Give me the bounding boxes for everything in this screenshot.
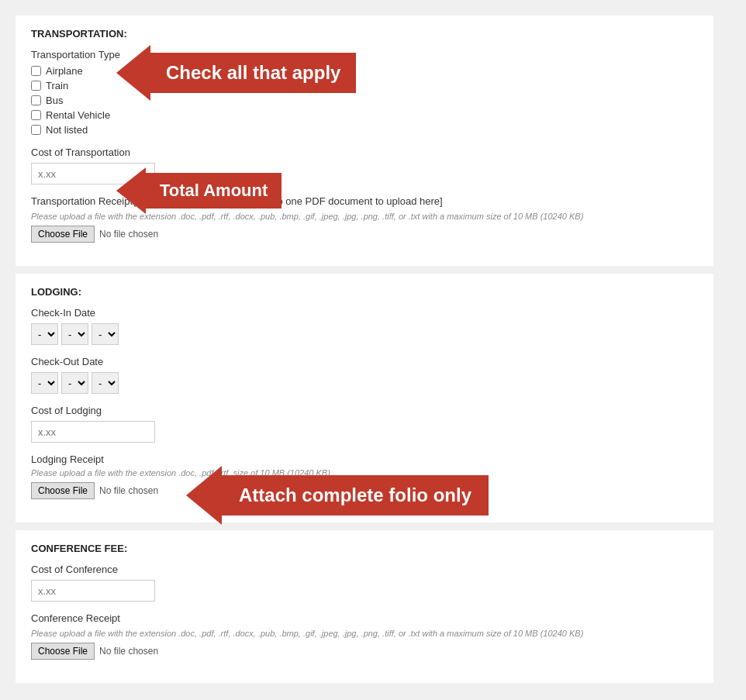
transportation-type-label: Transportation Type [31, 49, 698, 60]
checkbox-train[interactable]: Train [31, 80, 698, 91]
lodging-receipt-note: Please upload a file with the extension … [31, 468, 698, 478]
lodging-receipt-group: Lodging Receipt Please upload a file wit… [31, 453, 698, 499]
transportation-no-file-text: No file chosen [99, 229, 158, 240]
checkout-day-select[interactable]: - [61, 372, 88, 394]
conference-receipt-note: Please upload a file with the extension … [31, 629, 698, 638]
lodging-section: LODGING: Check-In Date - - - Check-Out D… [16, 274, 713, 522]
checkbox-not-listed[interactable]: Not listed [31, 124, 698, 136]
checkbox-bus-input[interactable] [31, 95, 41, 105]
cost-lodging-group: Cost of Lodging [31, 405, 698, 443]
checkbox-rental-vehicle[interactable]: Rental Vehicle [31, 109, 698, 121]
page-wrapper: TRANSPORTATION: Transportation Type Airp… [16, 16, 713, 683]
conference-no-file-text: No file chosen [99, 646, 158, 657]
cost-transportation-label: Cost of Transportation [31, 147, 698, 158]
transportation-section: TRANSPORTATION: Transportation Type Airp… [16, 16, 713, 266]
transportation-checkboxes: Airplane Train Bus Rental Vehicle Not li… [31, 65, 698, 136]
checkin-month-select[interactable]: - [31, 323, 58, 345]
cost-transportation-group: Cost of Transportation [31, 147, 698, 184]
lodging-file-upload: Choose File No file chosen [31, 482, 698, 499]
checkin-date-label: Check-In Date [31, 307, 698, 319]
checkin-date-selects: - - - [31, 323, 698, 345]
checkbox-not-listed-label: Not listed [46, 124, 88, 136]
checkin-year-select[interactable]: - [92, 323, 119, 345]
transportation-receipt-group: Transportation Receipt(s) [combine multi… [31, 195, 698, 243]
checkout-date-group: Check-Out Date - - - [31, 356, 698, 394]
conference-choose-file-btn[interactable]: Choose File [31, 643, 95, 660]
transportation-choose-file-btn[interactable]: Choose File [31, 226, 95, 243]
checkbox-bus[interactable]: Bus [31, 95, 698, 106]
checkout-date-label: Check-Out Date [31, 356, 698, 367]
transportation-file-upload: Choose File No file chosen [31, 226, 698, 243]
transportation-receipt-note: Please upload a file with the extension … [31, 212, 698, 221]
transportation-receipt-label: Transportation Receipt(s) [combine multi… [31, 195, 698, 207]
cost-lodging-input[interactable] [31, 421, 155, 443]
cost-lodging-label: Cost of Lodging [31, 405, 698, 416]
cost-conference-group: Cost of Conference [31, 564, 698, 602]
checkbox-not-listed-input[interactable] [31, 125, 41, 135]
checkbox-airplane-input[interactable] [31, 66, 41, 76]
lodging-header: LODGING: [31, 286, 698, 298]
conference-header: CONFERENCE FEE: [31, 543, 698, 554]
cost-conference-input[interactable] [31, 580, 155, 602]
lodging-choose-file-btn[interactable]: Choose File [31, 482, 95, 499]
checkbox-bus-label: Bus [46, 95, 63, 106]
checkbox-rental-vehicle-input[interactable] [31, 110, 41, 120]
lodging-receipt-label: Lodging Receipt [31, 453, 698, 465]
checkin-date-group: Check-In Date - - - [31, 307, 698, 345]
checkbox-airplane-label: Airplane [46, 65, 83, 77]
lodging-no-file-text: No file chosen [99, 485, 158, 496]
checkout-month-select[interactable]: - [31, 372, 58, 394]
transportation-header: TRANSPORTATION: [31, 28, 698, 40]
checkout-year-select[interactable]: - [92, 372, 119, 394]
cost-conference-label: Cost of Conference [31, 564, 698, 575]
checkbox-rental-vehicle-label: Rental Vehicle [46, 109, 110, 121]
conference-file-upload: Choose File No file chosen [31, 643, 698, 660]
checkbox-airplane[interactable]: Airplane [31, 65, 698, 77]
checkbox-train-input[interactable] [31, 81, 41, 91]
checkbox-train-label: Train [46, 80, 68, 91]
checkout-date-selects: - - - [31, 372, 698, 394]
checkin-day-select[interactable]: - [61, 323, 88, 345]
conference-section: CONFERENCE FEE: Cost of Conference Confe… [16, 530, 713, 683]
transportation-type-group: Transportation Type Airplane Train Bus R… [31, 49, 698, 136]
cost-transportation-input[interactable] [31, 163, 155, 184]
conference-receipt-label: Conference Receipt [31, 612, 698, 624]
conference-receipt-group: Conference Receipt Please upload a file … [31, 612, 698, 660]
